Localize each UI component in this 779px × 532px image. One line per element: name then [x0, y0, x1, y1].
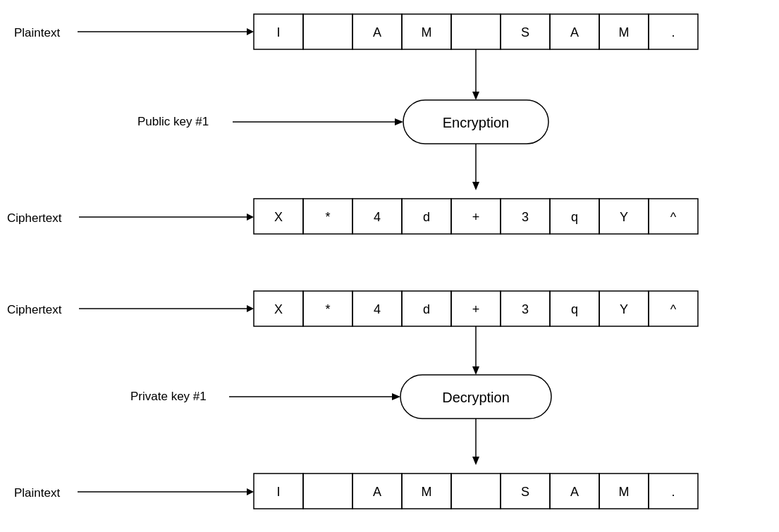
- svg-text:I: I: [276, 25, 280, 39]
- svg-text:X: X: [274, 210, 283, 224]
- svg-text:I: I: [276, 485, 280, 499]
- svg-text:M: M: [619, 25, 630, 39]
- public-key-label: Public key #1: [137, 115, 209, 128]
- svg-text:*: *: [325, 302, 330, 316]
- svg-text:^: ^: [670, 210, 677, 224]
- svg-text:S: S: [521, 25, 529, 39]
- svg-marker-71: [247, 488, 254, 495]
- svg-text:q: q: [571, 302, 578, 316]
- svg-marker-65: [472, 366, 479, 375]
- svg-marker-69: [472, 457, 479, 465]
- ciphertext-boxes-bottom: X * 4 d + 3 q Y ^: [254, 291, 698, 326]
- svg-marker-19: [472, 92, 479, 100]
- svg-text:A: A: [570, 485, 579, 499]
- svg-text:d: d: [423, 302, 430, 316]
- svg-text:d: d: [423, 210, 430, 224]
- svg-text:M: M: [422, 485, 432, 499]
- svg-text:Y: Y: [620, 210, 628, 224]
- svg-text:4: 4: [374, 302, 381, 316]
- main-diagram: Plaintext I A M S A: [0, 0, 779, 532]
- svg-text:^: ^: [670, 302, 677, 316]
- private-key-label: Private key #1: [130, 390, 207, 403]
- plaintext-boxes-bottom: I A M S A M .: [254, 474, 698, 509]
- encryption-label: Encryption: [443, 115, 510, 130]
- svg-rect-74: [303, 474, 352, 509]
- svg-text:S: S: [521, 485, 529, 499]
- svg-text:3: 3: [522, 210, 529, 224]
- ciphertext-label-bottom: Ciphertext: [7, 303, 62, 316]
- ciphertext-label-top: Ciphertext: [7, 211, 62, 225]
- svg-text:3: 3: [522, 302, 529, 316]
- svg-rect-79: [451, 474, 501, 509]
- plaintext-label-top: Plaintext: [14, 26, 60, 39]
- svg-text:.: .: [671, 25, 675, 39]
- svg-marker-25: [247, 214, 254, 221]
- svg-text:*: *: [325, 210, 330, 224]
- svg-text:A: A: [373, 485, 381, 499]
- svg-text:Y: Y: [620, 302, 628, 316]
- svg-rect-9: [451, 14, 501, 49]
- svg-text:+: +: [472, 210, 480, 224]
- svg-marker-45: [247, 305, 254, 312]
- svg-text:A: A: [570, 25, 579, 39]
- svg-rect-4: [303, 14, 352, 49]
- svg-text:q: q: [571, 210, 578, 224]
- svg-text:4: 4: [374, 210, 381, 224]
- svg-text:+: +: [472, 302, 480, 316]
- svg-text:M: M: [422, 25, 432, 39]
- svg-text:A: A: [373, 25, 381, 39]
- svg-marker-23: [472, 182, 479, 190]
- decryption-label: Decryption: [442, 390, 510, 405]
- svg-marker-67: [392, 393, 400, 400]
- plaintext-boxes-top: I A M S A M .: [254, 14, 698, 49]
- ciphertext-boxes-top: X * 4 d + 3 q Y ^: [254, 199, 698, 234]
- svg-marker-21: [395, 118, 403, 125]
- svg-marker-1: [247, 28, 254, 35]
- svg-text:.: .: [671, 485, 675, 499]
- svg-text:X: X: [274, 302, 283, 316]
- plaintext-label-bottom: Plaintext: [14, 486, 60, 500]
- svg-text:M: M: [619, 485, 630, 499]
